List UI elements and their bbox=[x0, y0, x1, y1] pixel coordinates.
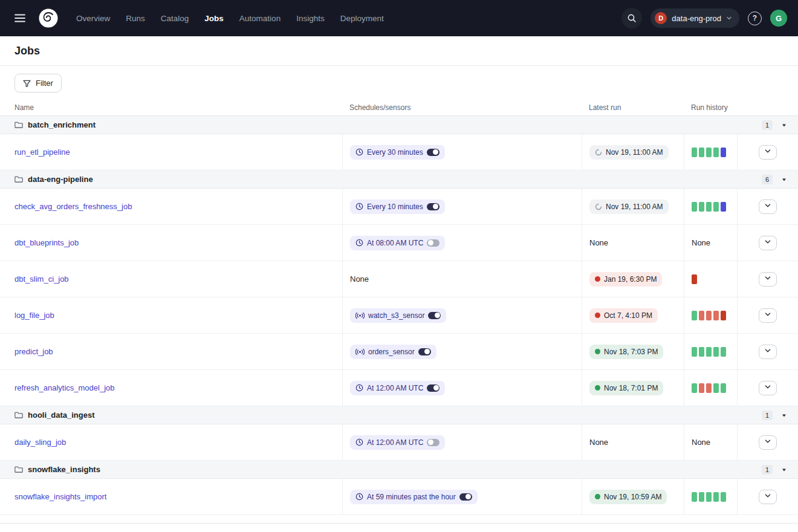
run-history-bar-success[interactable] bbox=[721, 347, 726, 357]
run-history-bar-success[interactable] bbox=[699, 148, 704, 157]
latest-run-pill[interactable]: Nov 18, 7:01 PM bbox=[589, 381, 663, 395]
schedule-toggle[interactable] bbox=[427, 203, 440, 210]
run-history-bar-started[interactable] bbox=[721, 202, 726, 212]
row-expand-button[interactable] bbox=[759, 490, 777, 504]
row-expand-button[interactable] bbox=[759, 308, 777, 323]
expand-cell bbox=[737, 225, 798, 261]
run-history-bar-success[interactable] bbox=[713, 347, 719, 357]
dagster-logo-icon[interactable] bbox=[36, 6, 60, 30]
nav-item-jobs[interactable]: Jobs bbox=[204, 14, 224, 23]
job-link[interactable]: refresh_analytics_model_job bbox=[15, 383, 114, 392]
schedule-toggle[interactable] bbox=[427, 149, 440, 156]
nav-item-automation[interactable]: Automation bbox=[239, 14, 281, 23]
schedule-toggle[interactable] bbox=[427, 384, 440, 392]
job-link[interactable]: daily_sling_job bbox=[15, 438, 66, 447]
group-row-hooli-data-ingest[interactable]: hooli_data_ingest1 bbox=[0, 406, 798, 424]
run-history-bar-failure[interactable] bbox=[713, 311, 719, 320]
schedule-toggle[interactable] bbox=[427, 439, 440, 446]
run-history-bar-success[interactable] bbox=[706, 347, 712, 357]
schedule-pill[interactable]: At 12:00 AM UTC bbox=[350, 435, 445, 450]
sensor-toggle[interactable] bbox=[418, 348, 431, 355]
nav-item-deployment[interactable]: Deployment bbox=[340, 14, 384, 23]
job-link[interactable]: run_etl_pipeline bbox=[15, 148, 70, 157]
sensor-pill[interactable]: orders_sensor bbox=[350, 345, 436, 359]
hamburger-menu-icon[interactable] bbox=[11, 10, 29, 26]
clock-icon bbox=[355, 384, 363, 392]
row-expand-button[interactable] bbox=[759, 199, 777, 214]
run-history-bar-success[interactable] bbox=[692, 347, 697, 357]
latest-run-pill[interactable]: Jan 19, 6:30 PM bbox=[589, 272, 662, 287]
job-link[interactable]: snowflake_insights_import bbox=[15, 492, 106, 501]
run-history-bar-success[interactable] bbox=[713, 383, 719, 393]
name-cell: dbt_slim_ci_job bbox=[0, 261, 342, 297]
schedule-toggle[interactable] bbox=[427, 239, 440, 247]
run-history-bar-success[interactable] bbox=[713, 202, 719, 212]
run-history-bar-failure[interactable] bbox=[699, 311, 704, 320]
nav-item-runs[interactable]: Runs bbox=[126, 14, 145, 23]
row-expand-button[interactable] bbox=[759, 435, 777, 450]
run-history-bar-success[interactable] bbox=[713, 148, 719, 157]
run-history-bar-success[interactable] bbox=[692, 148, 697, 157]
job-link[interactable]: predict_job bbox=[15, 347, 53, 356]
sensor-pill[interactable]: watch_s3_sensor bbox=[350, 308, 446, 323]
schedule-pill[interactable]: At 08:00 AM UTC bbox=[350, 236, 445, 250]
group-row-snowflake-insights[interactable]: snowflake_insights1 bbox=[0, 461, 798, 479]
group-right: 1 bbox=[762, 120, 787, 130]
deployment-switcher[interactable]: D data-eng-prod bbox=[650, 8, 739, 28]
schedule-pill[interactable]: Every 30 minutes bbox=[350, 145, 445, 160]
nav-item-insights[interactable]: Insights bbox=[296, 14, 325, 23]
run-history-bar-success[interactable] bbox=[721, 383, 726, 393]
latest-run-pill[interactable]: Nov 19, 11:00 AM bbox=[589, 145, 669, 160]
search-icon[interactable] bbox=[621, 8, 642, 28]
run-history-bar-success[interactable] bbox=[706, 202, 712, 212]
group-row-data-eng-pipeline[interactable]: data-eng-pipeline6 bbox=[0, 170, 798, 189]
help-icon[interactable]: ? bbox=[748, 11, 762, 25]
row-expand-button[interactable] bbox=[759, 272, 777, 287]
filter-button[interactable]: Filter bbox=[15, 74, 62, 92]
run-history-bar-success[interactable] bbox=[699, 347, 704, 357]
run-history-bar-success[interactable] bbox=[692, 311, 697, 320]
run-history-bar-success[interactable] bbox=[713, 492, 719, 502]
table-body: batch_enrichment1run_etl_pipelineEvery 3… bbox=[0, 116, 798, 515]
schedule-pill[interactable]: At 59 minutes past the hour bbox=[350, 490, 478, 504]
schedule-toggle[interactable] bbox=[459, 493, 472, 501]
latest-run-pill[interactable]: Nov 19, 10:59 AM bbox=[589, 490, 667, 504]
run-history-bar-success[interactable] bbox=[699, 202, 704, 212]
user-avatar[interactable]: G bbox=[770, 10, 787, 27]
run-history-bar-success[interactable] bbox=[692, 492, 697, 502]
job-link[interactable]: dbt_blueprints_job bbox=[15, 238, 79, 247]
run-history-bar-success[interactable] bbox=[706, 492, 712, 502]
group-row-batch-enrichment[interactable]: batch_enrichment1 bbox=[0, 116, 798, 134]
run-history-bar-success[interactable] bbox=[692, 383, 697, 393]
run-history-bar-failure[interactable] bbox=[699, 383, 704, 393]
row-expand-button[interactable] bbox=[759, 145, 777, 160]
row-expand-button[interactable] bbox=[759, 345, 777, 359]
job-row-predict-job: predict_joborders_sensorNov 18, 7:03 PM bbox=[0, 334, 798, 370]
sensor-toggle[interactable] bbox=[428, 312, 441, 319]
job-link[interactable]: check_avg_orders_freshness_job bbox=[15, 202, 132, 211]
run-history-bar-success[interactable] bbox=[721, 492, 726, 502]
run-history-bar-error[interactable] bbox=[721, 311, 726, 320]
schedule-pill[interactable]: Every 10 minutes bbox=[350, 199, 445, 214]
table-footer-divider bbox=[0, 515, 798, 524]
run-success-dot-icon bbox=[595, 349, 600, 354]
nav-item-overview[interactable]: Overview bbox=[76, 14, 110, 23]
latest-run-pill[interactable]: Nov 18, 7:03 PM bbox=[589, 345, 663, 359]
job-link[interactable]: log_file_job bbox=[15, 311, 54, 320]
latest-run-pill[interactable]: Nov 19, 11:00 AM bbox=[589, 199, 669, 214]
run-history-bar-success[interactable] bbox=[692, 202, 697, 212]
run-history-bar-success[interactable] bbox=[699, 492, 704, 502]
run-history-bar-error[interactable] bbox=[692, 274, 697, 284]
run-history-bar-failure[interactable] bbox=[706, 311, 712, 320]
row-expand-button[interactable] bbox=[759, 236, 777, 250]
schedule-pill[interactable]: At 12:00 AM UTC bbox=[350, 381, 445, 395]
expand-cell bbox=[737, 134, 798, 170]
job-link[interactable]: dbt_slim_ci_job bbox=[15, 274, 69, 284]
run-history-bar-failure[interactable] bbox=[706, 383, 712, 393]
run-history-bar-success[interactable] bbox=[706, 148, 712, 157]
name-cell: snowflake_insights_import bbox=[0, 479, 342, 514]
row-expand-button[interactable] bbox=[759, 381, 777, 395]
latest-run-pill[interactable]: Oct 7, 4:10 PM bbox=[589, 308, 658, 323]
nav-item-catalog[interactable]: Catalog bbox=[161, 14, 189, 23]
run-history-bar-started[interactable] bbox=[721, 148, 726, 157]
